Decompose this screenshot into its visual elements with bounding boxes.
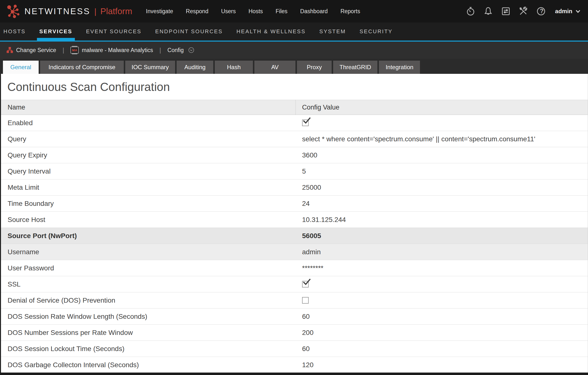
config-name: DOS Session Rate Window Length (Seconds) — [1, 313, 295, 320]
tab-av[interactable]: AV — [254, 61, 295, 74]
config-row-dos-number-sessions-per-rate-window[interactable]: DOS Number Sessions per Rate Window 200 — [1, 325, 588, 341]
config-name: Source Port (NwPort) — [1, 232, 295, 240]
config-name: Source Host — [1, 216, 295, 224]
svg-text:?: ? — [540, 8, 543, 14]
config-row-dos-session-rate-window-length-seconds[interactable]: DOS Session Rate Window Length (Seconds)… — [1, 309, 588, 325]
tools-icon[interactable] — [518, 6, 529, 16]
user-menu[interactable]: admin — [555, 8, 581, 15]
config-value[interactable]: 60 — [295, 313, 588, 320]
config-row-source-port-nwport[interactable]: Source Port (NwPort) 56005 — [1, 228, 588, 244]
table-header: Name Config Value — [1, 100, 588, 115]
config-name: Username — [1, 248, 295, 256]
config-value[interactable]: 200 — [295, 329, 588, 337]
subnav-item-hosts[interactable]: HOSTS — [3, 22, 26, 41]
table-body: Enabled Query select * where content='sp… — [1, 115, 588, 373]
top-menu-respond[interactable]: Respond — [186, 8, 208, 15]
tab-hash[interactable]: Hash — [215, 61, 253, 74]
config-row-username[interactable]: Username admin — [1, 244, 588, 260]
top-menu-users[interactable]: Users — [221, 8, 236, 15]
config-name: Query — [1, 135, 295, 143]
view-selector[interactable]: Config — [168, 47, 194, 54]
config-value[interactable]: 25000 — [295, 184, 588, 191]
config-value[interactable]: 3600 — [295, 151, 588, 159]
subnav-item-endpoint-sources[interactable]: ENDPOINT SOURCES — [155, 22, 223, 41]
preferences-icon[interactable] — [501, 6, 511, 16]
config-value[interactable] — [295, 120, 588, 126]
config-row-source-host[interactable]: Source Host 10.31.125.244 — [1, 212, 588, 228]
config-name: User Password — [1, 264, 295, 272]
help-icon[interactable]: ? — [536, 6, 546, 16]
change-service-button[interactable]: Change Service — [6, 47, 56, 54]
tab-indicators-of-compromise[interactable]: Indicators of Compromise — [40, 61, 124, 74]
brand-divider: | — [94, 7, 96, 16]
tab-integration[interactable]: Integration — [379, 61, 420, 74]
config-row-dos-garbage-collecton-interval-seconds[interactable]: DOS Garbage Collecton Interval (Seconds)… — [1, 357, 588, 373]
breadcrumb-divider: | — [63, 46, 64, 54]
current-service[interactable]: MA malware - Malware Analytics — [70, 47, 153, 54]
top-menu: InvestigateRespondUsersHostsFilesDashboa… — [146, 8, 360, 15]
column-header-name: Name — [1, 104, 295, 111]
checkbox-unchecked[interactable] — [302, 297, 309, 304]
config-name: DOS Number Sessions per Rate Window — [1, 329, 295, 337]
subnav-item-health-wellness[interactable]: HEALTH & WELLNESS — [237, 22, 306, 41]
tab-auditing[interactable]: Auditing — [177, 61, 213, 74]
config-value[interactable] — [295, 281, 588, 287]
config-row-ssl[interactable]: SSL — [1, 276, 588, 292]
tab-proxy[interactable]: Proxy — [297, 61, 332, 74]
config-name: SSL — [1, 280, 295, 288]
top-menu-reports[interactable]: Reports — [340, 8, 360, 15]
config-table: Name Config Value Enabled Query select *… — [1, 100, 588, 373]
config-value[interactable]: ******** — [295, 264, 588, 272]
view-chevron-circle-icon — [188, 47, 194, 53]
timer-icon[interactable] — [465, 6, 476, 16]
user-name: admin — [555, 8, 572, 15]
config-name: Time Boundary — [1, 200, 295, 208]
service-name-label: malware - Malware Analytics — [82, 47, 153, 54]
config-tabs: GeneralIndicators of CompromiseIOC Summa… — [0, 59, 588, 74]
config-value[interactable]: 60 — [295, 345, 588, 353]
config-row-denial-of-service-dos-prevention[interactable]: Denial of Service (DOS) Prevention — [1, 292, 588, 309]
checkbox-checked[interactable] — [302, 281, 309, 287]
config-row-query-expiry[interactable]: Query Expiry 3600 — [1, 147, 588, 163]
tab-ioc-summary[interactable]: IOC Summary — [125, 61, 175, 74]
config-value[interactable]: 56005 — [295, 232, 588, 240]
config-row-time-boundary[interactable]: Time Boundary 24 — [1, 196, 588, 212]
subnav-item-security[interactable]: SECURITY — [360, 22, 393, 41]
subnav-item-system[interactable]: SYSTEM — [319, 22, 346, 41]
change-service-label: Change Service — [16, 47, 56, 54]
general-tab-content: Continuous Scan Configuration Name Confi… — [0, 74, 588, 375]
config-name: Meta Limit — [1, 184, 295, 191]
notifications-bell-icon[interactable] — [483, 6, 493, 16]
top-menu-hosts[interactable]: Hosts — [249, 8, 263, 15]
netwitness-logo-icon — [7, 4, 21, 18]
config-value[interactable] — [295, 297, 588, 304]
malware-analytics-icon: MA — [70, 47, 79, 54]
top-menu-files[interactable]: Files — [276, 8, 288, 15]
tab-general[interactable]: General — [3, 61, 39, 74]
subnav-item-event-sources[interactable]: EVENT SOURCES — [86, 22, 142, 41]
brand-logo[interactable]: NETWITNESS | Platform — [7, 4, 132, 18]
config-row-user-password[interactable]: User Password ******** — [1, 260, 588, 276]
config-value[interactable]: 120 — [295, 361, 588, 369]
config-row-meta-limit[interactable]: Meta Limit 25000 — [1, 179, 588, 196]
config-row-dos-session-lockout-time-seconds[interactable]: DOS Session Lockout Time (Seconds) 60 — [1, 341, 588, 357]
column-header-config-value: Config Value — [295, 100, 588, 115]
config-row-query-interval[interactable]: Query Interval 5 — [1, 163, 588, 179]
config-value[interactable]: 10.31.125.244 — [295, 216, 588, 224]
topbar: NETWITNESS | Platform InvestigateRespond… — [0, 0, 588, 22]
config-value[interactable]: admin — [295, 248, 588, 256]
config-value[interactable]: select * where content='spectrum.consume… — [295, 135, 588, 143]
config-name: DOS Session Lockout Time (Seconds) — [1, 345, 295, 353]
checkbox-checked[interactable] — [302, 120, 309, 126]
tab-threatgrid[interactable]: ThreatGRID — [333, 61, 377, 74]
config-value[interactable]: 24 — [295, 200, 588, 208]
top-menu-investigate[interactable]: Investigate — [146, 8, 173, 15]
top-menu-dashboard[interactable]: Dashboard — [300, 8, 328, 15]
subnav-item-services[interactable]: SERVICES — [39, 22, 72, 41]
config-value[interactable]: 5 — [295, 167, 588, 175]
config-row-query[interactable]: Query select * where content='spectrum.c… — [1, 131, 588, 147]
service-hierarchy-icon — [6, 47, 13, 54]
brand-name: NETWITNESS — [24, 6, 90, 16]
brand-product: Platform — [100, 6, 132, 16]
config-row-enabled[interactable]: Enabled — [1, 115, 588, 131]
